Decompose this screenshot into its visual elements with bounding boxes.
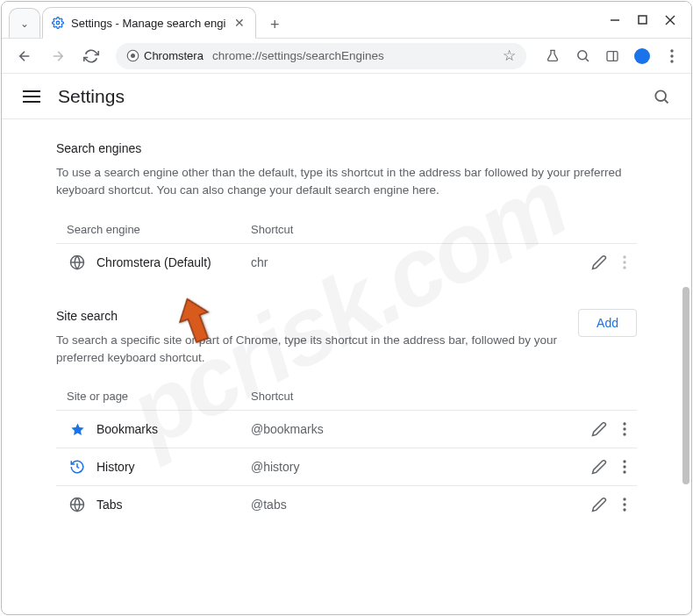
col-header-shortcut: Shortcut — [251, 223, 293, 236]
url-text: chrome://settings/searchEngines — [212, 49, 494, 62]
toolbar-right — [539, 48, 681, 64]
section-site-search-desc: To search a specific site or part of Chr… — [56, 332, 562, 368]
edit-icon[interactable] — [591, 254, 607, 270]
tab-title: Settings - Manage search engi — [71, 17, 225, 30]
section-search-engines-desc: To use a search engine other than the de… — [56, 164, 637, 200]
background-tab-stub[interactable]: ⌄ — [9, 8, 40, 38]
section-search-engines-title: Search engines — [56, 141, 637, 155]
svg-point-22 — [623, 255, 625, 258]
more-options-icon[interactable] — [623, 422, 626, 436]
search-icon[interactable] — [574, 48, 591, 63]
new-tab-button[interactable]: + — [261, 16, 288, 34]
content-scroll-area[interactable]: Search engines To use a search engine ot… — [2, 120, 691, 614]
svg-point-28 — [623, 433, 625, 435]
globe-icon — [67, 497, 88, 512]
nav-forward-button[interactable] — [46, 44, 70, 68]
svg-rect-10 — [607, 51, 618, 61]
hamburger-menu-icon[interactable] — [23, 90, 40, 104]
svg-point-14 — [670, 60, 673, 62]
svg-point-36 — [623, 508, 625, 511]
site-identity-chip[interactable]: Chromstera — [126, 49, 204, 62]
extension-flask-icon[interactable] — [544, 48, 561, 64]
edit-icon[interactable] — [591, 497, 607, 512]
gear-icon — [52, 17, 64, 29]
settings-header: Settings — [2, 74, 691, 119]
engine-name: Chromstera (Default) — [88, 255, 251, 269]
chevron-down-icon: ⌄ — [20, 18, 29, 30]
history-icon — [67, 459, 88, 475]
svg-point-26 — [623, 422, 625, 425]
window-maximize-icon[interactable] — [638, 15, 647, 25]
col-header-engine: Search engine — [67, 223, 251, 236]
bookmark-star-icon[interactable]: ☆ — [503, 47, 516, 65]
site-search-row: Bookmarks @bookmarks — [56, 410, 637, 448]
svg-point-12 — [670, 49, 673, 52]
svg-point-30 — [623, 465, 625, 468]
site-column-headers: Site or page Shortcut — [56, 383, 637, 410]
edit-icon[interactable] — [591, 459, 607, 475]
kebab-menu-icon[interactable] — [663, 49, 681, 63]
address-bar[interactable]: Chromstera chrome://settings/searchEngin… — [116, 43, 526, 69]
settings-content: Search engines To use a search engine ot… — [2, 120, 691, 544]
star-icon — [67, 422, 88, 437]
add-button[interactable]: Add — [578, 309, 637, 337]
edit-icon[interactable] — [591, 421, 607, 437]
site-name: History — [88, 460, 251, 474]
col-header-site: Site or page — [67, 390, 251, 403]
svg-point-29 — [623, 460, 625, 462]
chrome-icon — [126, 49, 139, 62]
svg-point-13 — [670, 54, 673, 57]
search-engines-column-headers: Search engine Shortcut — [56, 216, 637, 243]
site-search-row: Tabs @tabs — [56, 485, 637, 523]
reload-button[interactable] — [79, 44, 104, 68]
site-identity-label: Chromstera — [144, 49, 204, 62]
svg-point-6 — [131, 54, 135, 58]
window-titlebar: ⌄ Settings - Manage search engi ✕ + — [2, 2, 691, 39]
svg-point-31 — [623, 470, 625, 473]
sidepanel-icon[interactable] — [604, 49, 621, 63]
profile-avatar-icon[interactable] — [633, 48, 651, 64]
svg-point-18 — [655, 90, 666, 101]
site-name: Tabs — [88, 498, 251, 512]
settings-search-icon[interactable] — [653, 88, 670, 105]
svg-point-23 — [623, 261, 625, 263]
site-shortcut: @history — [251, 460, 591, 474]
window-minimize-icon[interactable] — [610, 15, 620, 25]
site-shortcut: @tabs — [251, 498, 591, 512]
engine-shortcut: chr — [251, 255, 591, 269]
site-search-row: History @history — [56, 448, 637, 485]
svg-line-9 — [585, 59, 588, 61]
scrollbar-thumb[interactable] — [682, 287, 689, 484]
browser-toolbar: Chromstera chrome://settings/searchEngin… — [2, 39, 691, 74]
more-options-icon[interactable] — [623, 498, 626, 512]
site-shortcut: @bookmarks — [251, 422, 591, 436]
tab-strip: ⌄ Settings - Manage search engi ✕ + — [2, 2, 594, 38]
svg-point-34 — [623, 498, 625, 500]
tab-close-icon[interactable]: ✕ — [232, 14, 246, 32]
svg-line-19 — [665, 99, 668, 103]
tab-active-settings[interactable]: Settings - Manage search engi ✕ — [42, 7, 256, 39]
svg-point-24 — [623, 266, 625, 269]
nav-back-button[interactable] — [12, 44, 37, 68]
page-title: Settings — [58, 86, 125, 107]
col-header-site-shortcut: Shortcut — [251, 390, 293, 403]
more-options-icon[interactable] — [623, 255, 626, 269]
svg-marker-25 — [71, 423, 83, 434]
globe-icon — [67, 254, 88, 270]
svg-point-27 — [623, 427, 625, 430]
window-close-icon[interactable] — [665, 15, 675, 25]
site-name: Bookmarks — [88, 422, 251, 436]
svg-point-0 — [56, 21, 60, 25]
window-controls — [594, 2, 691, 38]
section-site-search-title: Site search — [56, 309, 562, 323]
svg-point-35 — [623, 503, 625, 505]
svg-point-8 — [577, 51, 586, 60]
search-engine-row: Chromstera (Default) chr — [56, 243, 637, 281]
more-options-icon[interactable] — [623, 460, 626, 474]
svg-rect-2 — [639, 16, 647, 24]
